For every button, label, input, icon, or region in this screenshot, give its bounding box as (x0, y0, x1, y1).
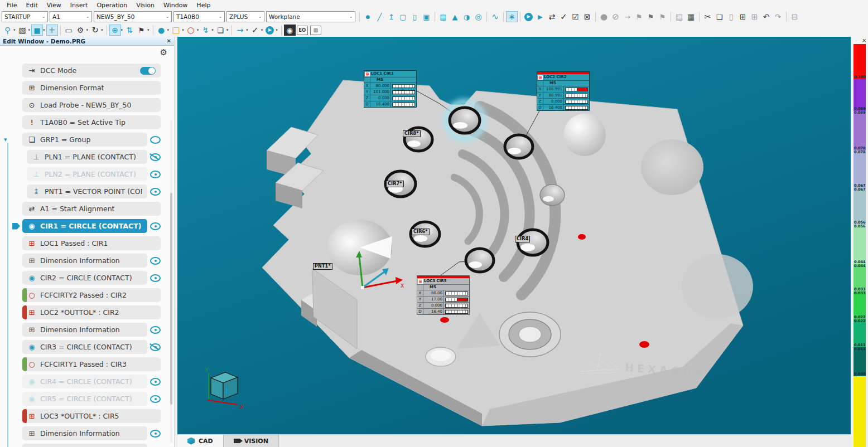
dropdown-caret-icon[interactable]: ▾ (13, 28, 16, 32)
loc2-cir2-label[interactable]: ⊞LOC2 CIR2MSX108.991Y88.991Z0.000D16.400 (537, 71, 590, 111)
paste-icon[interactable]: ▯ (725, 11, 737, 22)
chart-icon[interactable]: ▥ (310, 26, 321, 35)
eye-icon[interactable] (150, 326, 161, 334)
a1-start-alignment[interactable]: ⇄A1 = Start Alignment (22, 202, 161, 216)
dropdown-caret-icon[interactable]: ▾ (167, 28, 170, 32)
stop-icon[interactable]: ● (598, 11, 610, 22)
command-mode-icon[interactable]: ▦ (685, 11, 697, 22)
tab-vision[interactable]: VISION (223, 435, 279, 447)
cir6[interactable]: ◉CIR6 = CIRCLE (CONTACT) (22, 444, 147, 447)
circle-feature-icon[interactable]: ▢ (397, 11, 409, 22)
menu-file[interactable]: File (2, 2, 21, 9)
redo-icon[interactable]: ↷ (772, 11, 784, 22)
cone-feature-icon[interactable]: ▲ (449, 11, 461, 22)
menu-insert[interactable]: Insert (66, 2, 93, 9)
auto-feature-icon[interactable]: ∗ (506, 11, 518, 22)
parameters-icon[interactable]: ⚙ (75, 25, 86, 36)
dropdown-caret-icon[interactable]: ▾ (197, 28, 199, 32)
cir5[interactable]: ◉CIR5 = CIRCLE (CONTACT) (22, 392, 147, 406)
fcfcirty1[interactable]: ○FCFCIRTY1 Passed : CIR3 (22, 357, 161, 371)
eye-off-icon[interactable] (150, 153, 161, 161)
fcfcirty2[interactable]: ○FCFCIRTY2 Passed : CIR2 (22, 288, 161, 302)
dropdown-caret-icon[interactable]: ▾ (182, 28, 184, 32)
menu-edit[interactable]: Edit (21, 2, 42, 9)
continue-icon[interactable]: → (621, 11, 633, 22)
undo-icon[interactable]: ↶ (760, 11, 772, 22)
report-pass-icon[interactable]: ☑ (570, 11, 581, 22)
toolbar-dropdown-workplane[interactable]: Workplane⌄ (266, 11, 355, 22)
eye-icon[interactable] (150, 274, 161, 282)
grp1-group[interactable]: ❏GRP1 = Group (22, 133, 147, 147)
cir4-hole[interactable] (518, 230, 548, 255)
gear-icon[interactable]: ⚙ (160, 47, 167, 57)
rotate-view-icon[interactable]: ↻ (89, 25, 101, 36)
circle-tool-icon[interactable]: ○ (185, 25, 197, 36)
probe-mode-icon[interactable]: ⚲ (2, 25, 13, 36)
rectangle-tool-icon[interactable]: □ (170, 25, 182, 36)
eye-icon[interactable] (150, 188, 161, 196)
cir1[interactable]: ◉CIR1 = CIRCLE (CONTACT) (22, 219, 147, 233)
execute-program-icon[interactable]: ▶ (524, 13, 533, 21)
dropdown-caret-icon[interactable]: ▾ (147, 28, 150, 32)
menu-operation[interactable]: Operation (92, 2, 132, 9)
pages-icon[interactable]: ❏ (215, 25, 226, 36)
scrollbar-thumb[interactable] (170, 193, 172, 405)
cylinder-feature-icon[interactable]: ▤ (437, 11, 449, 22)
comment-icon[interactable]: ▭ (63, 25, 75, 36)
quick-align-icon[interactable]: ↯ (200, 25, 211, 36)
sphere-tool-icon[interactable]: ● (156, 25, 167, 36)
pattern-icon[interactable]: ⊞ (749, 11, 760, 22)
camera-icon[interactable]: ◉ (284, 25, 296, 36)
play-icon[interactable]: ▶ (266, 26, 274, 35)
cir4[interactable]: ◉CIR4 = CIRCLE (CONTACT) (22, 375, 147, 388)
feature-list-icon[interactable]: ⚑ (136, 25, 147, 36)
visibility-circle-icon[interactable] (150, 136, 161, 144)
pln1[interactable]: ⊥PLN1 = PLANE (CONTACT) (27, 150, 147, 164)
eye-icon[interactable] (150, 257, 161, 265)
torus-feature-icon[interactable]: ◎ (472, 11, 484, 22)
dropdown-caret-icon[interactable]: ▾ (101, 28, 103, 32)
summary-mode-icon[interactable]: ▤ (673, 11, 685, 22)
dropdown-caret-icon[interactable]: ▾ (246, 28, 248, 32)
copy-icon[interactable]: ❏ (713, 11, 725, 22)
dropdown-caret-icon[interactable]: ▾ (211, 28, 214, 32)
eye-icon[interactable] (150, 378, 161, 386)
execute-from-cursor-icon[interactable]: ▶ (534, 11, 546, 22)
done-icon[interactable]: ✓ (558, 11, 570, 22)
menu-window[interactable]: Window (159, 2, 192, 9)
dropdown-caret-icon[interactable]: ▾ (86, 28, 89, 32)
dropdown-caret-icon[interactable]: ▾ (121, 28, 123, 32)
cir8-tag[interactable]: CIR8* (403, 130, 421, 137)
loc1-cir1-label[interactable]: ⊞LOC1 CIR1MSX80.000Y101.000Z0.000D16.400 (364, 70, 417, 108)
dropdown-caret-icon[interactable]: ▾ (226, 28, 229, 32)
cir4-tag[interactable]: CIR4 (515, 236, 530, 242)
view-setup-icon[interactable]: ▧ (17, 25, 28, 36)
bookmark-insert-icon[interactable]: ⚑ (645, 11, 657, 22)
tab-cad[interactable]: CAD (177, 435, 223, 447)
toolbar-dropdown-new5_by_50[interactable]: NEW5_BY_50⌄ (94, 11, 172, 22)
loc1[interactable]: ⊞LOC1 Passed : CIR1 (22, 236, 161, 250)
menu-view[interactable]: View (42, 2, 66, 9)
sphere-feature-icon[interactable]: ◑ (461, 11, 472, 22)
toolbar-dropdown-zplus[interactable]: ZPLUS⌄ (226, 11, 264, 22)
print-icon[interactable]: ⊟ (789, 11, 801, 22)
fit-view-icon[interactable]: + (46, 25, 58, 36)
toolbar-dropdown-a1[interactable]: A1⌄ (50, 11, 92, 22)
paste-special-icon[interactable]: ⊞ (737, 11, 749, 22)
dropdown-caret-icon[interactable]: ▾ (28, 28, 31, 32)
set-active-tip[interactable]: !T1A0B0 = Set Active Tip (22, 115, 161, 129)
toolbar-dropdown-startup[interactable]: STARTUP⌄ (2, 11, 48, 22)
dimension-format[interactable]: ⊞Dimension Format (22, 81, 161, 95)
cir7-tag[interactable]: CIR7* (386, 181, 404, 187)
dropdown-caret-icon[interactable]: ▾ (276, 28, 278, 32)
dim-info-3[interactable]: ⊞Dimension Information (22, 426, 147, 440)
eye-icon[interactable] (150, 222, 161, 230)
solid-view-icon[interactable]: ■ (31, 25, 43, 36)
close-icon[interactable]: ✕ (167, 38, 171, 44)
dropdown-caret-icon[interactable]: ▾ (261, 28, 263, 32)
eye-icon[interactable] (150, 171, 161, 178)
bookmark-remove-icon[interactable]: ⚑ (657, 11, 668, 22)
vector-point-feature-icon[interactable]: ↥ (385, 11, 397, 22)
pnt1[interactable]: ↨PNT1 = VECTOR POINT (CONTAC (27, 184, 147, 198)
dropdown-caret-icon[interactable]: ▾ (43, 28, 45, 32)
